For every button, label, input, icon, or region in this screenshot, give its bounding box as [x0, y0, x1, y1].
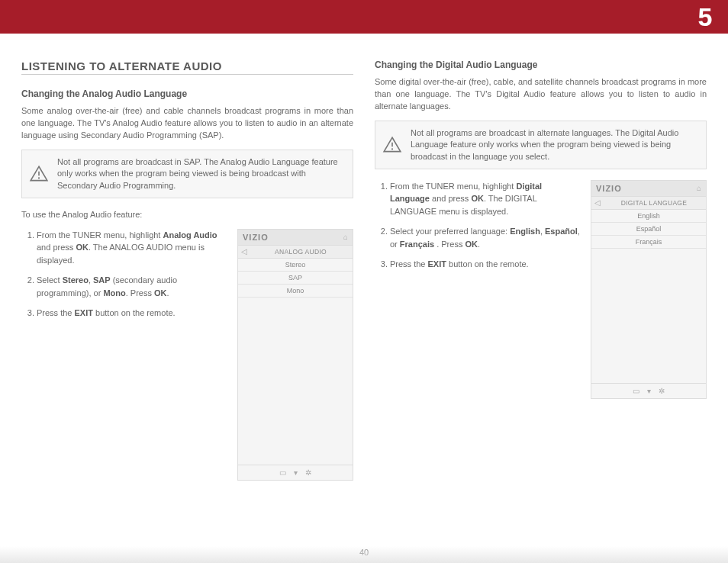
analog-menu-screenshot: VIZIO ⌂ ◁ ANALOG AUDIO Stereo SAP Mono ▭… — [237, 229, 353, 481]
gear-icon: ✲ — [305, 468, 311, 477]
analog-note-text: Not all programs are broadcast in SAP. T… — [57, 156, 345, 191]
digital-intro: Some digital over-the-air (free), cable,… — [375, 76, 707, 113]
back-icon: ◁ — [594, 198, 601, 207]
analog-step-1: From the TUNER menu, highlight Analog Au… — [37, 229, 227, 267]
header-band — [0, 0, 728, 34]
analog-menu-row: SAP — [238, 272, 353, 285]
digital-menu-row: English — [591, 210, 706, 223]
digital-note-box: Not all programs are broadcast in altern… — [375, 121, 707, 169]
digital-steps: From the TUNER menu, highlight Digital L… — [375, 180, 580, 271]
page-number: 40 — [0, 548, 728, 557]
gear-icon: ✲ — [659, 387, 665, 395]
digital-menu-row: Español — [591, 223, 706, 236]
digital-step-3: Press the EXIT button on the remote. — [390, 258, 580, 271]
wide-icon: ▭ — [633, 387, 639, 395]
vizio-logo: VIZIO — [243, 233, 269, 242]
left-column: LISTENING TO ALTERNATE AUDIO Changing th… — [21, 60, 353, 481]
chapter-number: 5 — [682, 0, 728, 34]
analog-sub-heading: Changing the Analog Audio Language — [21, 88, 353, 99]
home-icon: ⌂ — [343, 233, 348, 241]
analog-step-2: Select Stereo, SAP (secondary audio prog… — [37, 274, 227, 299]
analog-menu-row: Mono — [238, 285, 353, 298]
digital-note-text: Not all programs are broadcast in altern… — [411, 127, 698, 162]
analog-intro: Some analog over-the-air (free) and cabl… — [21, 105, 353, 142]
digital-menu-screenshot: VIZIO ⌂ ◁ DIGITAL LANGUAGE English Españ… — [591, 180, 707, 399]
warning-icon — [28, 156, 50, 191]
analog-menu-row: Stereo — [238, 259, 353, 272]
analog-note-box: Not all programs are broadcast in SAP. T… — [21, 150, 353, 198]
page-body: LISTENING TO ALTERNATE AUDIO Changing th… — [0, 34, 728, 563]
svg-point-3 — [391, 148, 393, 150]
section-title: LISTENING TO ALTERNATE AUDIO — [21, 60, 353, 75]
svg-point-1 — [38, 177, 40, 179]
analog-menu-title: ANALOG AUDIO — [252, 248, 350, 256]
back-icon: ◁ — [241, 247, 247, 256]
right-column: Changing the Digital Audio Language Some… — [375, 60, 707, 481]
vizio-logo: VIZIO — [596, 184, 622, 193]
chevron-down-icon: ▾ — [294, 468, 298, 477]
wide-icon: ▭ — [279, 468, 286, 477]
chevron-down-icon: ▾ — [647, 387, 651, 395]
analog-steps: From the TUNER menu, highlight Analog Au… — [21, 229, 227, 320]
analog-step-3: Press the EXIT button on the remote. — [37, 307, 227, 320]
analog-lead-in: To use the Analog Audio feature: — [21, 209, 353, 221]
digital-menu-title: DIGITAL LANGUAGE — [605, 199, 703, 207]
digital-menu-row: Français — [591, 236, 706, 249]
digital-step-1: From the TUNER menu, highlight Digital L… — [390, 180, 580, 218]
home-icon: ⌂ — [697, 184, 701, 192]
digital-sub-heading: Changing the Digital Audio Language — [375, 60, 707, 70]
warning-icon — [382, 127, 403, 162]
digital-step-2: Select your preferred language: English,… — [390, 225, 580, 250]
